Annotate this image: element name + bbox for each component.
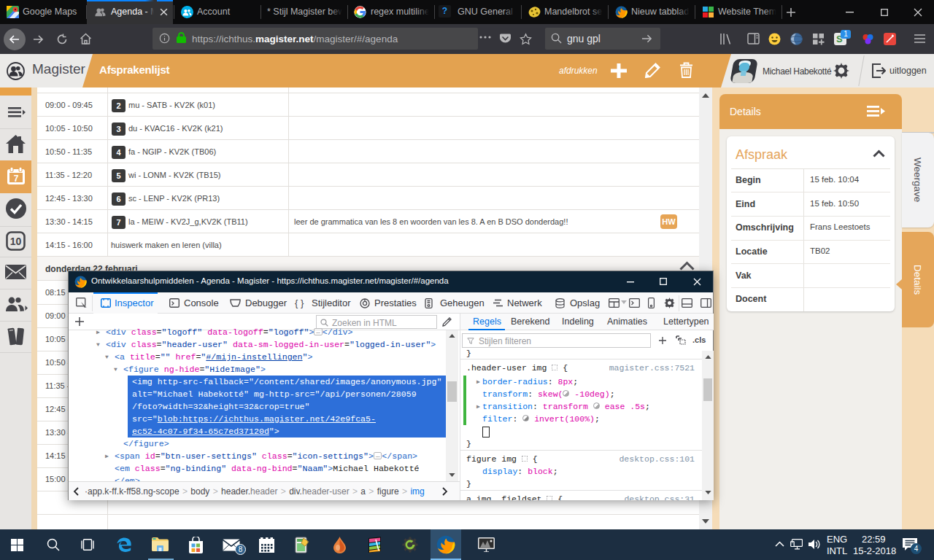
svg-text:10: 10 [10,236,22,247]
svg-text:7: 7 [14,174,19,184]
